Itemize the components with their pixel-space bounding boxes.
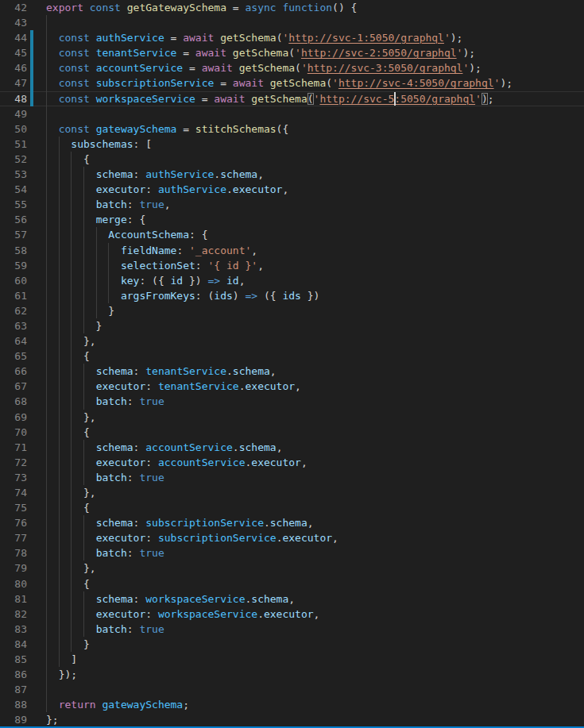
line-number[interactable]: 62 — [0, 303, 27, 318]
line-number[interactable]: 80 — [0, 576, 27, 591]
code-line[interactable]: 57 AccountSchema: { — [0, 227, 584, 242]
code-line[interactable]: 65 { — [0, 349, 584, 364]
line-number[interactable]: 43 — [0, 15, 27, 30]
code-line[interactable]: 55 batch: true, — [0, 197, 584, 212]
line-number[interactable]: 87 — [0, 682, 27, 697]
code-line[interactable]: 88 return gatewaySchema; — [0, 697, 584, 712]
code-line[interactable]: 50 const gatewaySchema = stitchSchemas({ — [0, 121, 584, 137]
code-line[interactable]: 43 — [0, 15, 584, 30]
code-token: , — [239, 275, 246, 287]
line-number[interactable]: 49 — [0, 106, 27, 121]
line-number[interactable]: 42 — [0, 0, 27, 15]
code-line[interactable]: 62 } — [0, 303, 584, 318]
line-number[interactable]: 77 — [0, 530, 27, 545]
line-number[interactable]: 72 — [0, 455, 27, 470]
code-line[interactable]: 67 executor: tenantService.executor, — [0, 379, 584, 394]
code-line[interactable]: 76 schema: subscriptionService.schema, — [0, 515, 584, 530]
line-number[interactable]: 66 — [0, 364, 27, 379]
code-line[interactable]: 51 subschemas: [ — [0, 137, 584, 152]
line-number[interactable]: 64 — [0, 333, 27, 349]
line-number[interactable]: 65 — [0, 349, 27, 364]
code-line[interactable]: 68 batch: true — [0, 394, 584, 409]
code-token: , — [295, 380, 301, 392]
line-number[interactable]: 73 — [0, 470, 27, 485]
gutter-modified-indicator — [30, 667, 33, 682]
code-line[interactable]: 87 — [0, 682, 584, 697]
code-line[interactable]: 83 batch: true — [0, 622, 584, 637]
code-line[interactable]: 74 }, — [0, 485, 584, 500]
code-line[interactable]: 82 executor: workspaceService.executor, — [0, 607, 584, 622]
line-number[interactable]: 44 — [0, 30, 27, 45]
code-line[interactable]: 73 batch: true — [0, 470, 584, 485]
line-number[interactable]: 76 — [0, 515, 27, 530]
line-number[interactable]: 81 — [0, 591, 27, 607]
code-line[interactable]: 77 executor: subscriptionService.executo… — [0, 530, 584, 545]
code-line[interactable]: 80 { — [0, 576, 584, 591]
code-line[interactable]: 86 }); — [0, 667, 584, 682]
code-line[interactable]: 79 }, — [0, 560, 584, 576]
code-line[interactable]: 72 executor: accountService.executor, — [0, 455, 584, 470]
code-line[interactable]: 84 } — [0, 637, 584, 652]
line-number[interactable]: 82 — [0, 607, 27, 622]
line-number[interactable]: 55 — [0, 197, 27, 212]
line-number[interactable]: 47 — [0, 75, 27, 91]
code-line[interactable]: 47 const subscriptionService = await get… — [0, 75, 584, 91]
line-number[interactable]: 84 — [0, 637, 27, 652]
line-number[interactable]: 75 — [0, 500, 27, 515]
line-number[interactable]: 59 — [0, 258, 27, 273]
line-number[interactable]: 46 — [0, 60, 27, 75]
code-line[interactable]: 71 schema: accountService.schema, — [0, 440, 584, 455]
code-line[interactable]: 78 batch: true — [0, 545, 584, 560]
code-line[interactable]: 63 } — [0, 318, 584, 333]
code-line[interactable]: 58 fieldName: '_account', — [0, 243, 584, 258]
code-line[interactable]: 52 { — [0, 152, 584, 167]
line-number[interactable]: 57 — [0, 227, 27, 242]
line-number[interactable]: 79 — [0, 560, 27, 576]
line-number[interactable]: 60 — [0, 273, 27, 288]
line-number[interactable]: 53 — [0, 167, 27, 182]
code-line[interactable]: 64 }, — [0, 333, 584, 349]
line-number[interactable]: 69 — [0, 410, 27, 425]
line-number[interactable]: 52 — [0, 152, 27, 167]
line-number[interactable]: 85 — [0, 652, 27, 667]
line-number[interactable]: 88 — [0, 697, 27, 712]
line-number[interactable]: 89 — [0, 712, 27, 727]
code-line[interactable]: 45 const tenantService = await getSchema… — [0, 45, 584, 60]
line-number[interactable]: 71 — [0, 440, 27, 455]
code-line[interactable]: 66 schema: tenantService.schema, — [0, 364, 584, 379]
code-line[interactable]: 49 — [0, 106, 584, 121]
line-number[interactable]: 86 — [0, 667, 27, 682]
line-number[interactable]: 78 — [0, 545, 27, 560]
line-number[interactable]: 63 — [0, 318, 27, 333]
line-number[interactable]: 67 — [0, 379, 27, 394]
code-line[interactable]: 69 }, — [0, 410, 584, 425]
code-line[interactable]: 53 schema: authService.schema, — [0, 167, 584, 182]
line-number[interactable]: 45 — [0, 45, 27, 60]
line-number[interactable]: 50 — [0, 121, 27, 137]
line-number[interactable]: 83 — [0, 622, 27, 637]
code-line[interactable]: 75 { — [0, 500, 584, 515]
code-line[interactable]: 81 schema: workspaceService.schema, — [0, 591, 584, 607]
code-line[interactable]: 54 executor: authService.executor, — [0, 182, 584, 197]
code-line[interactable]: 60 key: ({ id }) => id, — [0, 273, 584, 288]
code-line[interactable]: 59 selectionSet: '{ id }', — [0, 258, 584, 273]
indent-guide — [59, 591, 60, 607]
code-line[interactable]: 61 argsFromKeys: (ids) => ({ ids }) — [0, 288, 584, 303]
line-number[interactable]: 51 — [0, 137, 27, 152]
code-line[interactable]: 85 ] — [0, 652, 584, 667]
line-number[interactable]: 74 — [0, 485, 27, 500]
code-line[interactable]: 70 { — [0, 425, 584, 440]
code-line[interactable]: 56 merge: { — [0, 212, 584, 227]
line-number[interactable]: 58 — [0, 243, 27, 258]
line-number[interactable]: 48 — [0, 91, 27, 106]
code-line[interactable]: 48 const workspaceService = await getSch… — [0, 91, 584, 106]
line-number[interactable]: 70 — [0, 425, 27, 440]
code-line[interactable]: 89}; — [0, 712, 584, 727]
line-number[interactable]: 54 — [0, 182, 27, 197]
code-line[interactable]: 42export const getGatewaySchema = async … — [0, 0, 584, 15]
code-line[interactable]: 44 const authService = await getSchema('… — [0, 30, 584, 45]
line-number[interactable]: 56 — [0, 212, 27, 227]
code-line[interactable]: 46 const accountService = await getSchem… — [0, 60, 584, 75]
line-number[interactable]: 68 — [0, 394, 27, 409]
line-number[interactable]: 61 — [0, 288, 27, 303]
